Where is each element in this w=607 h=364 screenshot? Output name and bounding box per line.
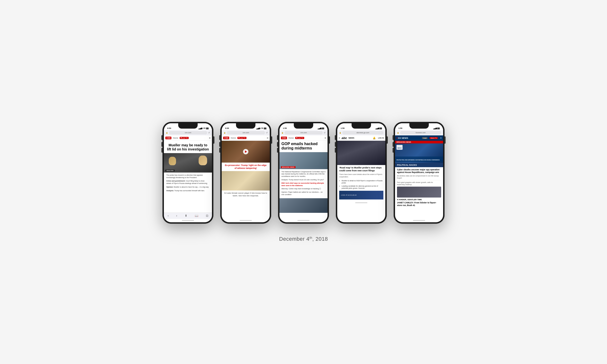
browser-bar-5[interactable]: 🔒 foxnews.com [395,130,443,135]
breaking-news-badge: BREAKING NEWS [281,166,295,168]
cnn-logo-3[interactable]: CNN [281,137,287,139]
analysis-badge: ANALYSIS [165,170,175,171]
forward-icon[interactable]: › [176,214,177,217]
signal-icon-5: ▂▄▆ [433,127,437,129]
browser-bar-1[interactable]: 🔒 cnn.com ↺ [164,130,212,135]
cnn-menu-3[interactable]: ≡ [325,137,326,139]
signal-icon-4: ▂▄▆ [375,127,379,129]
face-silhouette-1 [169,157,176,165]
phone3-item-3: Attorney: Cohen may have knowledge on ha… [281,188,326,190]
phone1-item-label-2: Opinion: [166,186,173,188]
browser-url-4[interactable]: abcnews.go.com [342,131,383,134]
status-time-1: 8:50 [167,127,171,129]
cnn-live-tv-1[interactable]: Live TV [180,137,189,139]
cnn-home-link-2[interactable]: Home [231,137,236,139]
nrcc-label: NRCC [397,147,402,149]
live-tv-label-3: Live TV [298,137,304,139]
play-triangle [245,150,247,153]
cnn-menu-1[interactable]: ≡ [209,137,211,139]
date-label: December 4th, 2018 [279,236,328,242]
home-indicator-bar-4 [355,202,367,203]
status-time-3: 1:59 [283,127,287,129]
share-icon[interactable]: ⬆ [185,214,187,217]
browser-url-1[interactable]: cnn.com [169,131,207,134]
home-indicator-bar-2 [240,220,252,221]
phone3-bottom-image [279,198,328,213]
status-time-2: 9:09 [225,127,229,129]
phone1-item-label-3: Analysis: [166,190,174,192]
browser-bar-4[interactable]: 🔒 abcnews.go.com [337,130,385,135]
browser-url-5[interactable]: foxnews.com [400,131,441,134]
reload-button-2[interactable]: ↺ [266,131,268,134]
cnn-dot-3 [296,137,297,138]
fox-login-button[interactable]: Login [422,137,428,139]
phone3-item-2[interactable]: DNC tech chief says no successful hackin… [281,182,326,187]
phone-1: 8:50 ▂▄▆ LTE ▓▓ 🔒 cnn.com ↺ CNN Home [162,122,213,224]
cnn-nav-1: CNN Home Live TV ≡ [164,135,212,141]
battery-icon-3: ▓▓ [322,127,324,129]
phone-notch-2 [236,123,255,129]
abc-news-label: NEWS [348,137,354,139]
phone1-item-2: Opinion: Mueller is about to have his sa… [166,186,210,188]
phone-notch-4 [352,123,371,129]
phone3-item-1: Analysis: Trump doesn't trust US vote co… [281,179,326,181]
abc-login-button[interactable]: LOG IN [378,137,384,139]
phone5-image2 [397,187,441,197]
battery-icon-4: ▓▓ [380,127,382,129]
bookmarks-icon[interactable]: 📖 [195,214,198,217]
cnn-dot-2 [238,137,239,138]
phones-container: 8:50 ▂▄▆ LTE ▓▓ 🔒 cnn.com ↺ CNN Home [162,122,445,224]
phone3-item-text-1: Analysis: Trump doesn't trust US vote co… [281,179,324,181]
abc-logo[interactable]: abc [342,136,347,140]
lock-icon-1: 🔒 [166,132,168,134]
phone5-body1: All wireless data can be compromised in … [397,175,441,179]
phone-notch-5 [409,123,429,129]
phone4-bullets: Mueller to detail ex-NSA Flynn's coopera… [339,179,383,190]
cnn-live-tv-2[interactable]: Live TV [238,137,247,139]
fox-watchtv-button[interactable]: Watch TV [430,137,438,139]
browser-bar-3[interactable]: 🔒 cnn.com ↺ [279,130,328,135]
battery-icon-1: ▓▓ [206,127,209,129]
phone5-divider1 [397,180,441,180]
fox-menu-icon[interactable]: ≡ [440,137,442,139]
status-icons-5: ▂▄▆ ▓▓ [433,127,440,129]
cnn-menu-2[interactable]: ≡ [267,137,268,139]
phone2-red-caption: Ex-prosecutor: Trump 'right on the edge … [222,163,270,171]
hero-subtext: PROTECTING AND EXPANDING OUR REPUBLICAN … [395,156,443,162]
phone4-bullet-1: Mueller to detail ex-NSA Flynn's coopera… [339,179,383,184]
browser-bar-2[interactable]: 🔒 cnn.com ↺ [222,130,270,135]
video-play-button[interactable] [243,149,248,154]
status-time-4: 1:59 [341,127,344,129]
tabs-icon[interactable]: ⊡ [206,214,208,217]
cnn-logo-2[interactable]: CNN [223,137,229,139]
abc-bell-icon[interactable]: 🔔 [373,137,376,139]
browser-url-3[interactable]: cnn.com [285,131,323,134]
phone3-item-4: Opinion: Paper ballots are safest for ou… [281,191,326,196]
phone1-hero-image: ANALYSIS [164,153,212,172]
signal-icon-3: ▂▄▆ [317,127,321,129]
phone5-body2: Tech giant grapples with slower growth, … [397,181,441,186]
abc-menu-icon[interactable]: ≡ [339,137,340,139]
cnn-live-tv-3[interactable]: Live TV [295,137,304,139]
back-icon[interactable]: ‹ [168,214,169,217]
fox-logo: FOX NEWS [396,137,408,139]
lock-icon-5: 🔒 [397,132,399,134]
reload-button-1[interactable]: ↺ [208,131,210,134]
lock-icon-2: 🔒 [224,132,226,134]
phone3-item-text-4: Opinion: Paper ballots are safest for ou… [281,191,323,195]
cnn-logo-1[interactable]: CNN [165,137,172,139]
phone3-link-1[interactable]: DNC tech chief says no successful hackin… [281,182,324,186]
phone-notch-3 [294,123,313,129]
date-text: December 4 [279,236,310,242]
cnn-home-link-1[interactable]: Home [173,137,178,139]
battery-icon-5: ▓▓ [437,127,440,129]
phone4-body: There have been scant details about the … [339,173,383,178]
cnn-home-link-3[interactable]: Home [289,137,293,139]
phone3-content: BREAKING NEWS The National Republican Co… [279,152,328,219]
browser-url-2[interactable]: cnn.com [227,131,265,134]
home-indicator-bar-1 [182,220,194,221]
reload-button-3[interactable]: ↺ [324,131,326,134]
phone-notch-1 [178,123,198,129]
phone4-content: 'Road map' to Mueller probe's next steps… [337,165,385,201]
phone2-hero-image [222,141,270,163]
